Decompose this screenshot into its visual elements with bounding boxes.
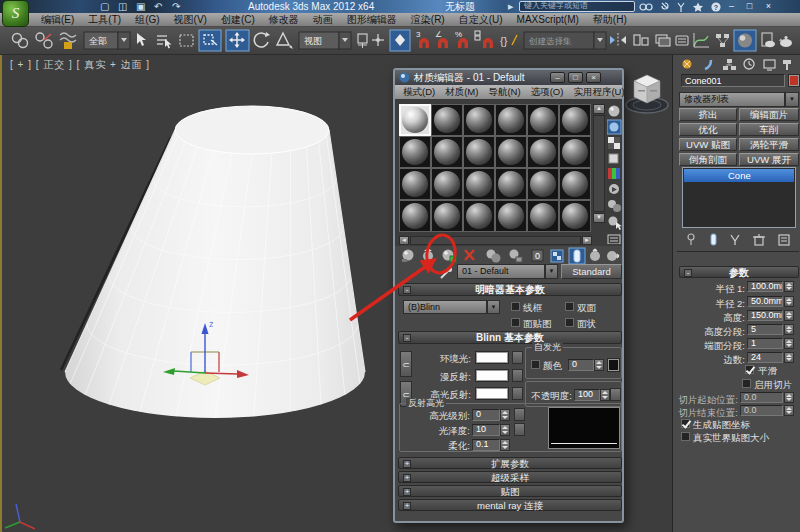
- tab-hierarchy[interactable]: [723, 59, 736, 70]
- unlink-selection-icon[interactable]: [36, 33, 52, 48]
- material-slot[interactable]: [431, 168, 463, 200]
- save-file-icon[interactable]: ▣: [136, 0, 145, 13]
- mat-menu-navigation[interactable]: 导航(N): [483, 86, 525, 99]
- application-menu-button[interactable]: S: [2, 0, 29, 27]
- window-crossing-toggle[interactable]: [199, 30, 221, 51]
- modifier-button-lathe[interactable]: 车削: [739, 123, 799, 136]
- bind-to-space-warp-icon[interactable]: [60, 33, 76, 49]
- supersampling-rollout[interactable]: +超级采样: [398, 471, 622, 483]
- material-slot[interactable]: [495, 168, 527, 200]
- go-forward-to-sibling-icon[interactable]: [607, 251, 619, 261]
- diffuse-color-swatch[interactable]: [475, 369, 509, 382]
- slots-scrollbar-track[interactable]: [593, 115, 605, 212]
- height-segments-field[interactable]: 5: [747, 324, 783, 335]
- object-color-swatch[interactable]: [788, 74, 800, 87]
- material-slot[interactable]: [399, 136, 431, 168]
- infocenter-icons[interactable]: ?: [638, 1, 723, 12]
- percent-snap-toggle-icon[interactable]: %: [455, 30, 468, 48]
- select-and-manipulate-icon[interactable]: [372, 34, 384, 46]
- pin-stack-icon[interactable]: [688, 234, 694, 245]
- soften-field[interactable]: 0.1: [472, 439, 500, 451]
- select-object-icon[interactable]: [137, 33, 146, 46]
- show-end-result-icon[interactable]: [711, 234, 716, 245]
- blinn-rollout-header[interactable]: - Blinn 基本参数: [398, 331, 622, 344]
- material-editor-titlebar[interactable]: 材质编辑器 - 01 - Default – □ ×: [395, 70, 622, 85]
- wireframe-checkbox[interactable]: [511, 302, 520, 311]
- sample-uv-tiling-icon[interactable]: [609, 154, 618, 163]
- lock-ambient-diffuse-button[interactable]: ⊂: [400, 351, 412, 377]
- material-slot[interactable]: [559, 136, 591, 168]
- slots-scroll-left[interactable]: ◄: [399, 236, 409, 245]
- edit-named-selection-icon[interactable]: {}: [500, 35, 517, 47]
- material-slot[interactable]: [559, 104, 591, 136]
- select-by-name-icon[interactable]: [157, 36, 172, 49]
- reset-map-icon[interactable]: [465, 250, 474, 260]
- material-slot[interactable]: [495, 136, 527, 168]
- slots-hscrollbar-track[interactable]: [410, 236, 581, 245]
- cap-segments-field[interactable]: 1: [747, 338, 783, 349]
- make-unique-icon[interactable]: [731, 235, 739, 245]
- radius2-spinner[interactable]: [784, 296, 794, 307]
- shader-rollout-header[interactable]: - 明暗器基本参数: [398, 283, 622, 296]
- material-slot[interactable]: [399, 168, 431, 200]
- show-end-result-toolbar-icon[interactable]: [569, 248, 585, 264]
- mat-menu-utilities[interactable]: 实用程序(U): [568, 86, 629, 99]
- select-and-scale-icon[interactable]: [277, 33, 293, 49]
- height-field[interactable]: 150.0mm: [747, 310, 783, 321]
- remove-modifier-icon[interactable]: [753, 234, 765, 245]
- specular-map-button[interactable]: [512, 387, 523, 400]
- mat-close-button[interactable]: ×: [586, 72, 601, 83]
- radius1-field[interactable]: 100.0mm: [747, 281, 783, 292]
- modifier-button-turbosmooth[interactable]: 涡轮平滑: [739, 138, 799, 151]
- material-slot[interactable]: [527, 104, 559, 136]
- material-slot[interactable]: [463, 104, 495, 136]
- material-slot[interactable]: [559, 168, 591, 200]
- menu-graph-editors[interactable]: 图形编辑器: [340, 13, 404, 26]
- modifier-button-edit-patch[interactable]: 编辑面片: [739, 108, 799, 121]
- get-material-icon[interactable]: [402, 250, 414, 263]
- material-type-button[interactable]: Standard: [561, 264, 622, 279]
- assign-material-to-selection-icon[interactable]: [443, 250, 457, 263]
- object-name-field[interactable]: Cone001: [681, 74, 785, 87]
- mat-menu-material[interactable]: 材质(M): [440, 86, 483, 99]
- search-input[interactable]: 键入关键字或短语: [519, 1, 635, 12]
- menu-tools[interactable]: 工具(T): [81, 13, 128, 26]
- diffuse-map-button[interactable]: [512, 369, 523, 382]
- ambient-color-swatch[interactable]: [475, 351, 509, 364]
- selection-filter-dropdown[interactable]: 全部: [84, 32, 130, 49]
- put-to-library-icon[interactable]: [510, 250, 523, 263]
- material-slot[interactable]: [431, 200, 463, 232]
- height-spinner[interactable]: [784, 310, 794, 321]
- open-file-icon[interactable]: ◫: [118, 0, 127, 13]
- smooth-checkbox[interactable]: [745, 365, 754, 374]
- tab-utilities[interactable]: [783, 60, 791, 70]
- slots-scroll-up[interactable]: ▲: [593, 104, 605, 114]
- mat-minimize-button[interactable]: –: [550, 72, 565, 83]
- radius2-field[interactable]: 50.0mm: [747, 296, 783, 307]
- material-slot[interactable]: [463, 136, 495, 168]
- stack-item-cone[interactable]: Cone: [684, 169, 794, 182]
- tab-modify[interactable]: [705, 60, 711, 69]
- shader-type-dropdown-arrow[interactable]: ▼: [487, 300, 500, 314]
- material-slot[interactable]: [463, 168, 495, 200]
- named-selection-dropdown[interactable]: 创建选择集: [524, 32, 606, 49]
- selfillum-value-field[interactable]: 0: [568, 359, 594, 371]
- twosided-checkbox[interactable]: [565, 302, 574, 311]
- layer-manager-icon[interactable]: [656, 35, 670, 46]
- material-editor-button[interactable]: [734, 30, 756, 51]
- tab-motion[interactable]: [744, 59, 754, 69]
- menu-create[interactable]: 创建(C): [214, 13, 262, 26]
- glossiness-spinner[interactable]: [500, 424, 510, 436]
- angle-snap-toggle-icon[interactable]: ∠: [435, 30, 448, 48]
- material-slot[interactable]: [399, 104, 431, 136]
- backlight-icon[interactable]: [607, 120, 621, 134]
- facemap-checkbox[interactable]: [511, 318, 520, 327]
- material-slot[interactable]: [431, 104, 463, 136]
- menu-rendering[interactable]: 渲染(R): [404, 13, 452, 26]
- opacity-field[interactable]: 100: [574, 389, 600, 401]
- material-slot[interactable]: [527, 200, 559, 232]
- material-name-dropdown[interactable]: 01 - Default: [457, 264, 545, 279]
- select-and-move-icon[interactable]: [226, 30, 249, 51]
- cap-segments-spinner[interactable]: [784, 338, 794, 349]
- sample-type-icon[interactable]: [609, 106, 620, 117]
